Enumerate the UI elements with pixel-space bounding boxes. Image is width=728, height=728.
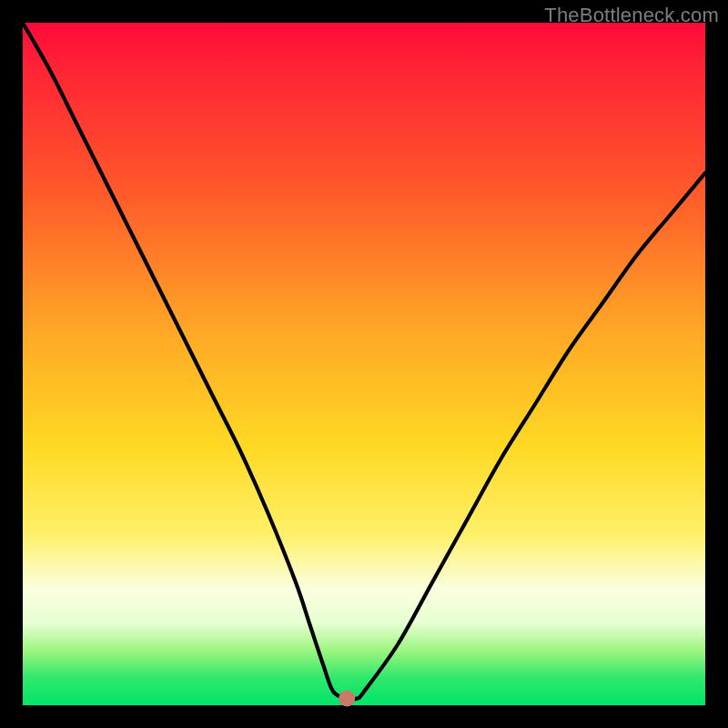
bottleneck-curve — [23, 23, 705, 699]
plot-area — [23, 23, 705, 705]
chart-frame: TheBottleneck.com — [0, 0, 728, 728]
curve-layer — [23, 23, 705, 705]
min-marker — [339, 691, 355, 707]
watermark-text: TheBottleneck.com — [544, 4, 719, 27]
